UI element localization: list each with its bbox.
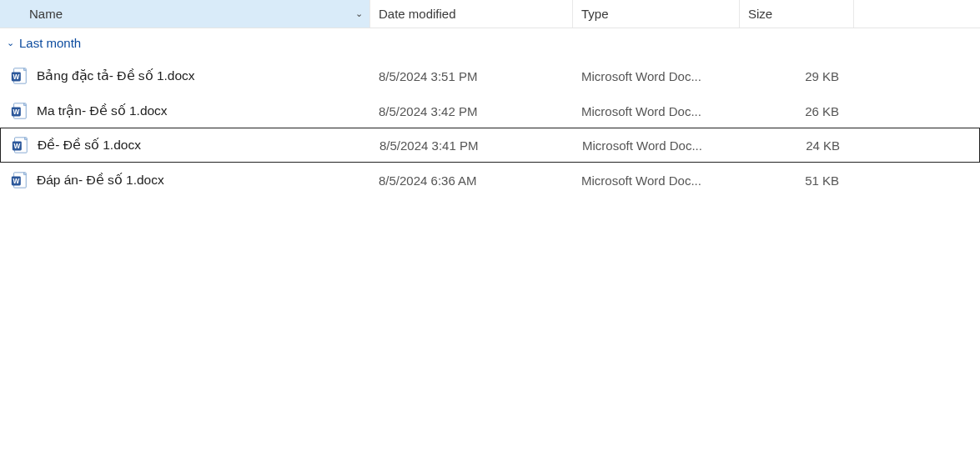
file-type-cell: Microsoft Word Doc... [573, 104, 740, 118]
file-name: Đề- Đề số 1.docx [38, 138, 141, 153]
file-date-cell: 8/5/2024 3:51 PM [370, 69, 573, 83]
file-name: Ma trận- Đề số 1.docx [37, 103, 168, 118]
file-row[interactable]: WĐề- Đề số 1.docx8/5/2024 3:41 PMMicroso… [0, 128, 980, 163]
file-type-cell: Microsoft Word Doc... [574, 138, 741, 153]
file-name-cell: WMa trận- Đề số 1.docx [0, 102, 370, 120]
word-document-icon: W [10, 67, 28, 85]
file-name: Đáp án- Đề số 1.docx [37, 173, 164, 188]
svg-text:W: W [13, 178, 19, 185]
file-size-cell: 24 KB [741, 138, 855, 153]
file-size-cell: 26 KB [740, 104, 854, 118]
svg-text:W: W [13, 108, 19, 116]
file-date-cell: 8/5/2024 3:42 PM [370, 104, 573, 118]
column-header-size[interactable]: Size [740, 0, 854, 28]
word-document-icon: W [10, 171, 28, 189]
file-name-cell: WBảng đặc tả- Đề số 1.docx [0, 67, 370, 85]
column-header-type[interactable]: Type [573, 0, 740, 28]
group-header[interactable]: ⌄ Last month [0, 28, 980, 57]
file-type-cell: Microsoft Word Doc... [573, 69, 740, 83]
file-size-cell: 51 KB [740, 173, 854, 188]
file-name: Bảng đặc tả- Đề số 1.docx [37, 68, 195, 83]
file-row[interactable]: WBảng đặc tả- Đề số 1.docx8/5/2024 3:51 … [0, 58, 980, 93]
chevron-down-icon: ⌄ [355, 8, 363, 19]
file-name-cell: WĐáp án- Đề số 1.docx [0, 171, 370, 189]
file-type-cell: Microsoft Word Doc... [573, 173, 740, 188]
group-header-label: Last month [19, 36, 81, 50]
column-header-size-label: Size [748, 7, 772, 21]
column-header-row: Name ⌄ Date modified Type Size [0, 0, 980, 28]
file-list: WBảng đặc tả- Đề số 1.docx8/5/2024 3:51 … [0, 57, 980, 198]
word-document-icon: W [10, 102, 28, 120]
column-header-name-label: Name [29, 7, 63, 21]
column-header-name[interactable]: Name ⌄ [0, 0, 370, 28]
column-header-type-label: Type [581, 7, 609, 21]
file-row[interactable]: WMa trận- Đề số 1.docx8/5/2024 3:42 PMMi… [0, 93, 980, 128]
svg-text:W: W [13, 143, 20, 150]
file-name-cell: WĐề- Đề số 1.docx [1, 136, 371, 154]
column-header-date-label: Date modified [379, 7, 456, 21]
file-date-cell: 8/5/2024 6:36 AM [370, 173, 573, 188]
file-size-cell: 29 KB [740, 69, 854, 83]
word-document-icon: W [11, 136, 29, 154]
chevron-down-icon: ⌄ [7, 38, 14, 48]
file-date-cell: 8/5/2024 3:41 PM [371, 138, 574, 153]
svg-text:W: W [13, 73, 19, 81]
column-header-date[interactable]: Date modified [370, 0, 573, 28]
file-row[interactable]: WĐáp án- Đề số 1.docx8/5/2024 6:36 AMMic… [0, 163, 980, 198]
